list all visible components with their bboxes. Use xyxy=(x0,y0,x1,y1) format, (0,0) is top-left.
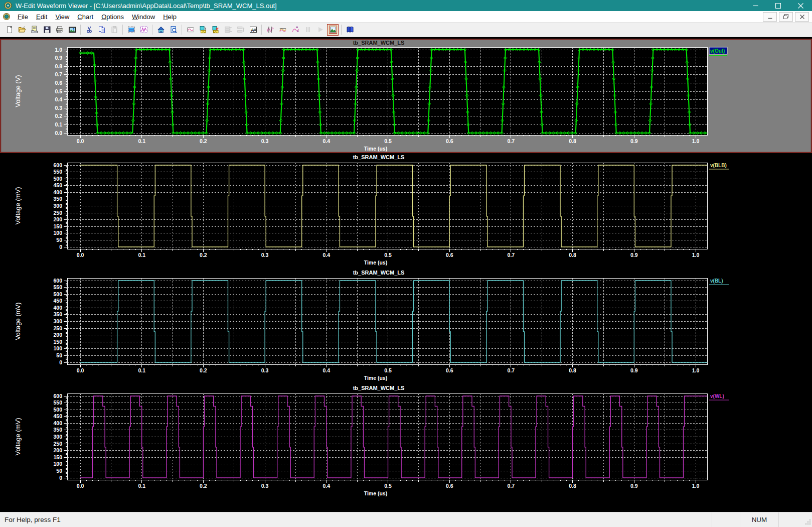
insert-traces-icon[interactable] xyxy=(235,24,246,36)
maximize-button[interactable] xyxy=(767,0,789,11)
print-icon[interactable] xyxy=(54,24,65,36)
num-lock-indicator: NUM xyxy=(740,512,778,527)
menu-edit[interactable]: Edit xyxy=(32,12,51,22)
legend-label[interactable]: v(Out) xyxy=(710,48,725,54)
run-icon[interactable] xyxy=(314,24,326,36)
chart-trace-icon[interactable] xyxy=(138,24,149,36)
open-file-icon[interactable] xyxy=(16,24,28,36)
menu-bar: FileEditViewChartOptionsWindowHelp xyxy=(0,11,812,23)
legend-label[interactable]: v(BLB) xyxy=(710,163,727,168)
help-book-icon[interactable] xyxy=(344,24,356,36)
mdi-close-button[interactable] xyxy=(795,12,809,22)
x-tick-label: 0.0 xyxy=(77,138,84,144)
y-tick-label: 200 xyxy=(53,447,62,453)
y-tick-label: 200 xyxy=(53,332,62,338)
trace-envelope-icon[interactable] xyxy=(185,24,196,36)
status-pane xyxy=(712,512,740,527)
measure-trace-icon[interactable] xyxy=(277,24,288,36)
legend-label[interactable]: v(WL) xyxy=(710,393,724,399)
copy-chart-icon[interactable] xyxy=(197,24,209,36)
y-tick-label: 550 xyxy=(53,169,62,175)
menu-view[interactable]: View xyxy=(51,12,73,22)
chart-panel-vblb[interactable]: 0501001502002503003504004505005506000.00… xyxy=(0,153,812,268)
legend-label[interactable]: v(BL) xyxy=(710,278,723,284)
fft-chart-icon[interactable]: ff xyxy=(210,24,221,36)
toolbar-separator xyxy=(80,25,81,35)
status-pane xyxy=(778,512,804,527)
toolbar-separator xyxy=(261,25,262,35)
toolbar-separator xyxy=(152,25,152,35)
menu-help[interactable]: Help xyxy=(159,12,181,22)
x-tick-label: 1.0 xyxy=(692,367,700,373)
y-tick-label: 400 xyxy=(53,305,62,311)
paste-icon[interactable] xyxy=(108,24,120,36)
y-tick-label: 0.1 xyxy=(55,121,62,127)
minimize-button[interactable] xyxy=(744,0,767,11)
new-document-icon[interactable] xyxy=(4,24,15,36)
y-tick-label: 0.5 xyxy=(55,88,62,94)
x-tick-label: 0.7 xyxy=(508,252,515,258)
y-tick-label: 100 xyxy=(53,345,62,351)
home-view-icon[interactable] xyxy=(155,24,167,36)
status-message: For Help, press F1 xyxy=(0,516,712,523)
y-tick-label: 500 xyxy=(53,291,62,297)
x-tick-label: 0.0 xyxy=(77,483,84,489)
y-tick-label: 200 xyxy=(53,216,62,222)
menu-options[interactable]: Options xyxy=(97,12,128,22)
chart-panel-vbl[interactable]: 0501001502002503003504004505005506000.00… xyxy=(0,269,812,383)
y-tick-label: 250 xyxy=(53,441,62,447)
x-axis-label: Time (us) xyxy=(364,259,387,266)
y-tick-label: 0 xyxy=(59,359,62,365)
app-logo-icon xyxy=(4,2,12,10)
y-tick-label: 400 xyxy=(53,420,62,426)
chart-panel-vwl[interactable]: 0501001502002503003504004505005506000.00… xyxy=(0,384,812,498)
y-axis-label: Voltage (mV) xyxy=(14,302,22,340)
pause-icon[interactable] xyxy=(302,24,313,36)
x-tick-label: 0.2 xyxy=(200,367,207,373)
x-tick-label: 0.2 xyxy=(200,483,207,489)
x-tick-label: 0.9 xyxy=(630,138,638,144)
image-chart-icon[interactable] xyxy=(327,24,339,36)
resize-grip[interactable] xyxy=(804,512,812,527)
toolbar: ffA xyxy=(0,23,812,37)
cursor-trace-icon[interactable] xyxy=(264,24,276,36)
x-tick-label: 0.2 xyxy=(200,252,207,258)
mdi-minimize-button[interactable] xyxy=(763,12,777,22)
y-tick-label: 150 xyxy=(53,454,62,460)
save-icon[interactable] xyxy=(41,24,53,36)
copy-icon[interactable] xyxy=(96,24,107,36)
x-tick-label: 0.5 xyxy=(384,483,392,489)
x-tick-label: 0.6 xyxy=(446,138,453,144)
menu-chart[interactable]: Chart xyxy=(73,12,97,22)
menu-window[interactable]: Window xyxy=(128,12,159,22)
expand-traces-icon[interactable] xyxy=(222,24,234,36)
y-tick-label: 350 xyxy=(53,427,62,433)
y-tick-label: 250 xyxy=(53,210,62,216)
menu-file[interactable]: File xyxy=(14,12,32,22)
y-tick-label: 150 xyxy=(53,339,62,345)
text-format-icon[interactable]: A xyxy=(247,24,259,36)
print-image-icon[interactable] xyxy=(66,24,78,36)
toolbar-separator xyxy=(341,25,342,35)
y-tick-label: 150 xyxy=(53,223,62,229)
x-tick-label: 0.3 xyxy=(261,252,269,258)
open-setup-icon[interactable] xyxy=(29,24,40,36)
title-bar: W-Edit Waveform Viewer - [C:\Users\admin… xyxy=(0,0,812,11)
mdi-restore-button[interactable] xyxy=(779,12,793,22)
y-tick-label: 350 xyxy=(53,196,62,202)
chart-title: tb_SRAM_WCM_LS xyxy=(353,270,405,276)
x-tick-label: 0.0 xyxy=(77,367,84,373)
y-tick-label: 250 xyxy=(53,325,62,331)
x-tick-label: 0.5 xyxy=(384,138,392,144)
y-tick-label: 450 xyxy=(53,182,62,188)
close-button[interactable] xyxy=(789,0,812,11)
x-tick-label: 0.1 xyxy=(138,367,145,373)
y-tick-label: 0 xyxy=(59,244,62,250)
point-trace-icon[interactable] xyxy=(289,24,301,36)
x-tick-label: 0.4 xyxy=(322,138,330,144)
chart-panel-vout[interactable]: 0.00.10.20.30.40.50.60.70.80.91.00.00.10… xyxy=(0,39,812,153)
find-page-icon[interactable] xyxy=(168,24,179,36)
window-title: W-Edit Waveform Viewer - [C:\Users\admin… xyxy=(16,2,277,10)
cut-icon[interactable] xyxy=(83,24,95,36)
new-chart-icon[interactable] xyxy=(125,24,137,36)
